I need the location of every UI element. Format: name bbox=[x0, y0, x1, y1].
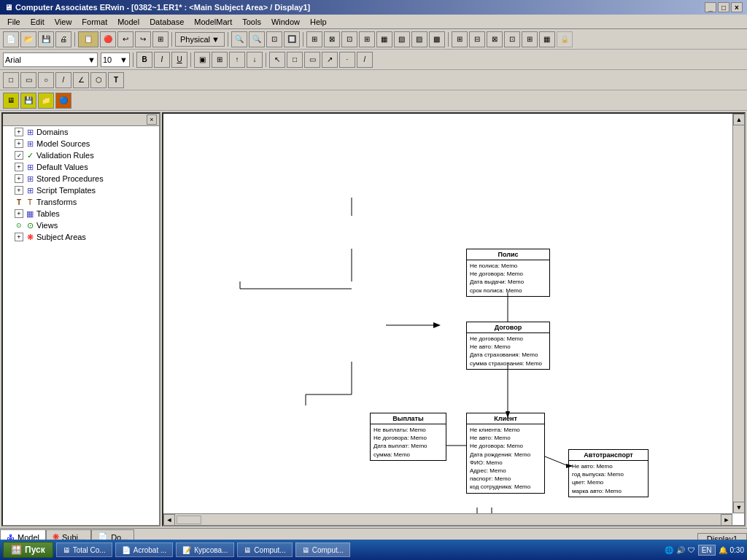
er-btn5[interactable]: ▦ bbox=[376, 31, 392, 47]
physical-dropdown[interactable]: Physical ▼ bbox=[175, 32, 225, 47]
fontsize-dropdown[interactable]: 10 ▼ bbox=[101, 52, 130, 67]
er-btn7[interactable]: ▨ bbox=[411, 31, 427, 47]
taskbar-comput2[interactable]: 🖥 Comput... bbox=[295, 542, 350, 557]
dot-btn[interactable]: · bbox=[339, 52, 355, 68]
tree-item-tables[interactable]: + ▦ Tables bbox=[3, 208, 159, 219]
er-btn4[interactable]: ⊞ bbox=[359, 31, 375, 47]
line-btn[interactable]: / bbox=[357, 52, 373, 68]
line-draw-btn[interactable]: / bbox=[55, 72, 71, 88]
er-btn6[interactable]: ▧ bbox=[394, 31, 410, 47]
er-btn1[interactable]: ⊞ bbox=[306, 31, 322, 47]
tool-btn3[interactable]: ⊠ bbox=[487, 31, 503, 47]
save-button[interactable]: 💾 bbox=[38, 31, 54, 47]
round-rect-btn[interactable]: ▭ bbox=[20, 72, 36, 88]
tree-item-subject-areas[interactable]: + ❋ Subject Areas bbox=[3, 231, 159, 243]
tree-item-script-templates[interactable]: + ⊞ Script Templates bbox=[3, 184, 159, 196]
undo-button[interactable]: ↩ bbox=[117, 31, 133, 47]
zoom-fit[interactable]: ⊡ bbox=[266, 31, 282, 47]
menu-tools[interactable]: Tools bbox=[238, 17, 266, 27]
menu-model[interactable]: Model bbox=[113, 17, 144, 27]
tree-item-default-values[interactable]: + ⊞ Default Values bbox=[3, 161, 159, 173]
lang-button[interactable]: EN bbox=[698, 545, 716, 556]
expand-script[interactable]: + bbox=[15, 186, 23, 195]
er-btn8[interactable]: ▩ bbox=[429, 31, 445, 47]
taskbar-kursova[interactable]: 📝 Курсова... bbox=[176, 542, 234, 557]
italic-button[interactable]: I bbox=[154, 52, 170, 68]
scroll-thumb-h[interactable] bbox=[177, 516, 201, 524]
entity-dogovor[interactable]: Договор Не договора: MemoНе авто: MemoДа… bbox=[466, 322, 550, 370]
menu-modelmart[interactable]: ModelMart bbox=[190, 17, 236, 27]
entity-poliso[interactable]: Полис Не полиса: MemoНе договора: MemoДа… bbox=[466, 249, 550, 297]
tool-btn7[interactable]: 🔒 bbox=[557, 31, 573, 47]
tool-btn4[interactable]: ⊡ bbox=[504, 31, 520, 47]
vertical-scrollbar[interactable]: ▲ ▼ bbox=[732, 114, 744, 513]
color-btn1[interactable]: ▣ bbox=[194, 52, 210, 68]
color-btn3[interactable]: ↑ bbox=[229, 52, 245, 68]
panel-close-btn[interactable]: × bbox=[147, 114, 157, 125]
select2-btn[interactable]: ▭ bbox=[304, 52, 320, 68]
expand-model-sources[interactable]: + bbox=[15, 139, 23, 148]
er-btn2[interactable]: ⊠ bbox=[324, 31, 340, 47]
menu-file[interactable]: File bbox=[3, 17, 25, 27]
zoom-100[interactable]: 🔲 bbox=[284, 31, 300, 47]
expand-default[interactable]: + bbox=[15, 163, 23, 171]
tree-item-validation-rules[interactable]: ✓ ✓ Validation Rules bbox=[3, 149, 159, 161]
redo-button[interactable]: ↪ bbox=[135, 31, 151, 47]
entity-klient[interactable]: Клиент Не клиента: MemoНе авто: MemoНе д… bbox=[466, 413, 545, 494]
new-button[interactable]: 📄 bbox=[3, 31, 19, 47]
expand-subject[interactable]: + bbox=[15, 233, 23, 241]
tool-btn6[interactable]: ▦ bbox=[539, 31, 555, 47]
menu-window[interactable]: Window bbox=[267, 17, 304, 27]
expand-views[interactable]: ⊙ bbox=[15, 221, 23, 230]
menu-view[interactable]: View bbox=[50, 17, 77, 27]
expand-validation[interactable]: ✓ bbox=[15, 151, 23, 160]
ellipse-btn[interactable]: ○ bbox=[38, 72, 54, 88]
color-btn2[interactable]: ⊞ bbox=[212, 52, 228, 68]
er-btn3[interactable]: ⊡ bbox=[341, 31, 357, 47]
taskbar-total[interactable]: 🖥 Total Co... bbox=[56, 542, 112, 557]
taskbar-acrobat[interactable]: 📄 Acrobat ... bbox=[115, 542, 174, 557]
font-dropdown[interactable]: Arial ▼ bbox=[3, 52, 98, 67]
tree-item-stored-proc[interactable]: + ⊞ Stored Procedures bbox=[3, 173, 159, 184]
open-button[interactable]: 📂 bbox=[20, 31, 36, 47]
tree-item-model-sources[interactable]: + ⊞ Model Sources bbox=[3, 138, 159, 149]
scroll-left-btn[interactable]: ◄ bbox=[163, 514, 175, 526]
tool-btn5[interactable]: ⊞ bbox=[522, 31, 538, 47]
entity-auto[interactable]: Автотранспорт Не авто: Memoгод выпуска: … bbox=[568, 449, 649, 497]
copy-button[interactable]: 📋 bbox=[78, 31, 98, 47]
close-button[interactable]: × bbox=[731, 2, 743, 12]
icon-btn1[interactable]: 🖥 bbox=[3, 93, 19, 109]
layout-button[interactable]: ⊞ bbox=[152, 31, 169, 47]
zoom-out[interactable]: 🔍 bbox=[249, 31, 265, 47]
tree-item-transforms[interactable]: T T Transforms bbox=[3, 196, 159, 208]
menu-database[interactable]: Database bbox=[145, 17, 188, 27]
rect-btn[interactable]: □ bbox=[3, 72, 19, 88]
entity-viplata[interactable]: Выплаты Не выплаты: MemoНе договора: Mem… bbox=[370, 413, 446, 461]
expand-tables[interactable]: + bbox=[15, 209, 23, 218]
tool-btn2[interactable]: ⊟ bbox=[469, 31, 485, 47]
start-button[interactable]: 🪟 Пуск bbox=[3, 542, 53, 558]
maximize-button[interactable]: □ bbox=[718, 2, 729, 12]
pointer-btn[interactable]: ↖ bbox=[269, 52, 285, 68]
print-button[interactable]: 🖨 bbox=[55, 31, 71, 47]
icon-btn2[interactable]: 💾 bbox=[20, 93, 36, 109]
connect-btn[interactable]: ↗ bbox=[322, 52, 338, 68]
menu-format[interactable]: Format bbox=[77, 17, 112, 27]
color-btn4[interactable]: ↓ bbox=[247, 52, 263, 68]
icon-btn4[interactable]: 🔵 bbox=[55, 93, 71, 109]
tool-btn1[interactable]: ⊞ bbox=[452, 31, 468, 47]
expand-domains[interactable]: + bbox=[15, 128, 23, 136]
expand-transforms[interactable]: T bbox=[15, 198, 23, 206]
paste-button[interactable]: 🔴 bbox=[100, 31, 116, 47]
zoom-in[interactable]: 🔍 bbox=[231, 31, 247, 47]
tree-item-views[interactable]: ⊙ ⊙ Views bbox=[3, 219, 159, 231]
scroll-down-btn[interactable]: ▼ bbox=[733, 502, 745, 513]
select-btn[interactable]: □ bbox=[287, 52, 303, 68]
taskbar-comput1[interactable]: 🖥 Comput... bbox=[237, 542, 292, 557]
horizontal-scrollbar[interactable]: ◄ ► bbox=[163, 513, 732, 525]
tree-item-domains[interactable]: + ⊞ Domains bbox=[3, 126, 159, 138]
menu-edit[interactable]: Edit bbox=[26, 17, 49, 27]
text-btn[interactable]: T bbox=[108, 72, 124, 88]
icon-btn3[interactable]: 📁 bbox=[38, 93, 54, 109]
angle-btn[interactable]: ∠ bbox=[73, 72, 89, 88]
